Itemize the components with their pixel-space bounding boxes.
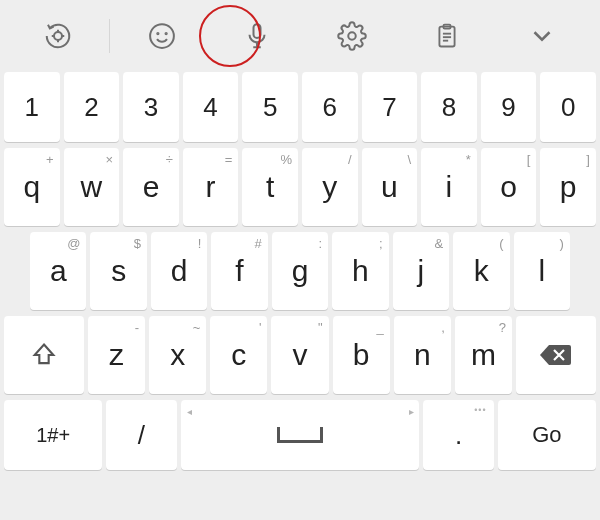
key-f[interactable]: #f bbox=[211, 232, 267, 310]
key-s[interactable]: $s bbox=[90, 232, 146, 310]
emoji-icon[interactable] bbox=[114, 0, 209, 72]
key-label: i bbox=[446, 170, 453, 204]
key-i[interactable]: *i bbox=[421, 148, 477, 226]
key-a[interactable]: @a bbox=[30, 232, 86, 310]
key-6[interactable]: 6 bbox=[302, 72, 358, 142]
svg-point-7 bbox=[165, 33, 166, 34]
key-label: s bbox=[111, 254, 126, 288]
shift-key[interactable] bbox=[4, 316, 84, 394]
key-hint: ) bbox=[560, 236, 564, 251]
key-w[interactable]: ×w bbox=[64, 148, 120, 226]
key-b[interactable]: _b bbox=[333, 316, 390, 394]
key-7[interactable]: 7 bbox=[362, 72, 418, 142]
key-label: t bbox=[266, 170, 274, 204]
key-label: 3 bbox=[144, 92, 158, 123]
voice-input-icon[interactable] bbox=[209, 0, 304, 72]
space-icon bbox=[277, 427, 323, 443]
key-label: 2 bbox=[84, 92, 98, 123]
key-4[interactable]: 4 bbox=[183, 72, 239, 142]
svg-rect-8 bbox=[253, 24, 260, 38]
key-label: b bbox=[353, 338, 370, 372]
letter-row-2: @a$s!d#f:g;h&j(k)l bbox=[30, 232, 570, 310]
key-2[interactable]: 2 bbox=[64, 72, 120, 142]
key-label: o bbox=[500, 170, 517, 204]
svg-point-5 bbox=[150, 24, 174, 48]
number-row: 1234567890 bbox=[4, 72, 596, 142]
period-key[interactable]: ••• . bbox=[423, 400, 493, 470]
key-r[interactable]: =r bbox=[183, 148, 239, 226]
clipboard-icon[interactable] bbox=[400, 0, 495, 72]
keyboard-toolbar bbox=[0, 0, 600, 72]
key-o[interactable]: [o bbox=[481, 148, 537, 226]
key-g[interactable]: :g bbox=[272, 232, 328, 310]
key-label: e bbox=[143, 170, 160, 204]
key-k[interactable]: (k bbox=[453, 232, 509, 310]
key-p[interactable]: ]p bbox=[540, 148, 596, 226]
collapse-keyboard-icon[interactable] bbox=[495, 0, 590, 72]
settings-icon[interactable] bbox=[305, 0, 400, 72]
key-5[interactable]: 5 bbox=[242, 72, 298, 142]
key-v[interactable]: "v bbox=[271, 316, 328, 394]
svg-point-0 bbox=[54, 32, 62, 40]
key-label: m bbox=[471, 338, 496, 372]
bottom-row: 1#+ / ◂ ▸ ••• . Go bbox=[4, 400, 596, 470]
symbols-key[interactable]: 1#+ bbox=[4, 400, 102, 470]
key-label: 4 bbox=[203, 92, 217, 123]
key-hint: ! bbox=[198, 236, 202, 251]
key-label: u bbox=[381, 170, 398, 204]
key-label: r bbox=[206, 170, 216, 204]
key-label: q bbox=[23, 170, 40, 204]
key-label: x bbox=[170, 338, 185, 372]
key-e[interactable]: ÷e bbox=[123, 148, 179, 226]
key-hint: \ bbox=[408, 152, 412, 167]
key-d[interactable]: !d bbox=[151, 232, 207, 310]
key-y[interactable]: /y bbox=[302, 148, 358, 226]
key-9[interactable]: 9 bbox=[481, 72, 537, 142]
backspace-key[interactable] bbox=[516, 316, 596, 394]
key-label: v bbox=[292, 338, 307, 372]
key-label: 6 bbox=[323, 92, 337, 123]
key-u[interactable]: \u bbox=[362, 148, 418, 226]
key-c[interactable]: 'c bbox=[210, 316, 267, 394]
key-label: 9 bbox=[501, 92, 515, 123]
key-hint: = bbox=[225, 152, 233, 167]
key-h[interactable]: ;h bbox=[332, 232, 388, 310]
key-n[interactable]: ,n bbox=[394, 316, 451, 394]
key-hint: @ bbox=[67, 236, 80, 251]
key-8[interactable]: 8 bbox=[421, 72, 477, 142]
key-label: y bbox=[322, 170, 337, 204]
space-key[interactable]: ◂ ▸ bbox=[181, 400, 420, 470]
key-0[interactable]: 0 bbox=[540, 72, 596, 142]
key-hint: - bbox=[135, 320, 139, 335]
key-x[interactable]: ~x bbox=[149, 316, 206, 394]
key-hint: / bbox=[348, 152, 352, 167]
prev-lang-hint: ◂ bbox=[187, 406, 191, 417]
key-t[interactable]: %t bbox=[242, 148, 298, 226]
key-m[interactable]: ?m bbox=[455, 316, 512, 394]
key-hint: * bbox=[466, 152, 471, 167]
symbols-key-label: 1#+ bbox=[36, 424, 70, 447]
key-hint: + bbox=[46, 152, 54, 167]
key-z[interactable]: -z bbox=[88, 316, 145, 394]
key-q[interactable]: +q bbox=[4, 148, 60, 226]
key-j[interactable]: &j bbox=[393, 232, 449, 310]
key-hint: " bbox=[318, 320, 323, 335]
key-label: z bbox=[109, 338, 124, 372]
slash-key[interactable]: / bbox=[106, 400, 176, 470]
key-label: 7 bbox=[382, 92, 396, 123]
keyboard: 1234567890 +q×w÷e=r%t/y\u*i[o]p @a$s!d#f… bbox=[0, 72, 600, 470]
go-key[interactable]: Go bbox=[498, 400, 596, 470]
key-hint: # bbox=[255, 236, 262, 251]
key-hint: × bbox=[106, 152, 114, 167]
key-hint: _ bbox=[376, 320, 383, 335]
key-hint: ] bbox=[586, 152, 590, 167]
key-label: j bbox=[418, 254, 425, 288]
smart-typing-icon[interactable] bbox=[10, 0, 105, 72]
key-l[interactable]: )l bbox=[514, 232, 570, 310]
key-hint: [ bbox=[527, 152, 531, 167]
key-hint: ( bbox=[499, 236, 503, 251]
slash-key-label: / bbox=[138, 420, 145, 451]
key-label: p bbox=[560, 170, 577, 204]
key-1[interactable]: 1 bbox=[4, 72, 60, 142]
key-3[interactable]: 3 bbox=[123, 72, 179, 142]
